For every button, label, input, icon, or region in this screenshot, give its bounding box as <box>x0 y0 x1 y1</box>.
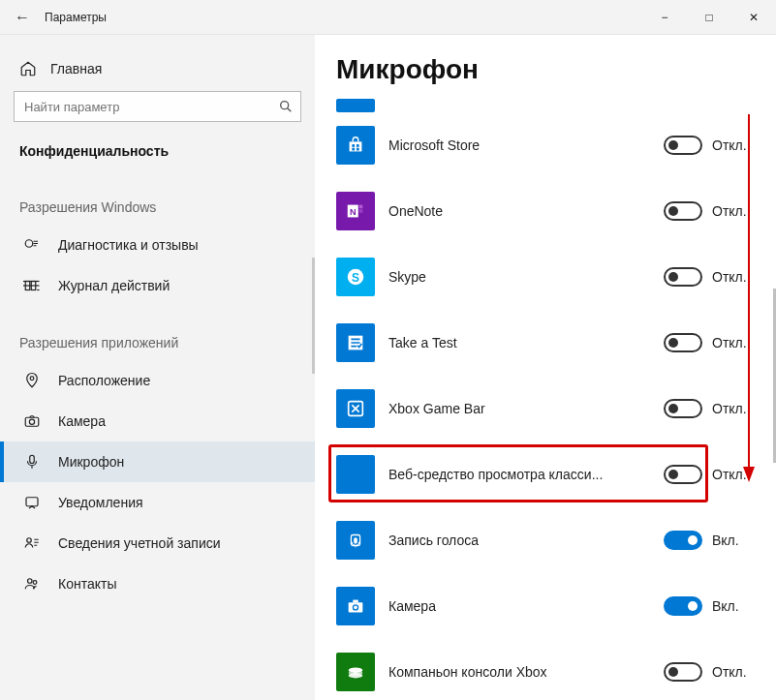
account-icon <box>23 534 41 552</box>
sidebar-item-account-info[interactable]: Сведения учетной записи <box>0 523 315 563</box>
toggle-state-label: Откл. <box>702 137 747 153</box>
svg-rect-30 <box>354 537 357 543</box>
location-icon <box>23 372 41 389</box>
sidebar-item-label: Камера <box>58 413 106 429</box>
svg-point-14 <box>28 579 33 584</box>
app-row: Компаньон консоли XboxОткл. <box>336 645 747 699</box>
toggle-state-label: Откл. <box>702 203 747 219</box>
back-button[interactable]: ← <box>0 9 45 26</box>
app-name: Запись голоса <box>375 533 664 549</box>
sidebar-section-title: Конфиденциальность <box>0 139 315 170</box>
svg-rect-35 <box>353 600 358 603</box>
app-row: Запись голосаВкл. <box>336 513 747 567</box>
sidebar-item-label: Журнал действий <box>58 278 170 293</box>
app-icon <box>336 653 375 691</box>
app-name: OneNote <box>375 203 664 220</box>
svg-text:N: N <box>350 207 357 217</box>
app-toggle[interactable] <box>664 201 702 221</box>
svg-rect-24 <box>359 214 363 218</box>
svg-point-8 <box>30 377 34 380</box>
close-button[interactable]: ✕ <box>731 0 776 35</box>
sidebar-item-label: Микрофон <box>58 454 124 470</box>
svg-point-10 <box>29 419 34 424</box>
minimize-button[interactable]: − <box>642 0 687 35</box>
app-row: NOneNoteОткл. <box>336 184 747 238</box>
sidebar-item-microphone[interactable]: Микрофон <box>0 441 315 482</box>
sidebar: Главная Конфиденциальность Разрешения Wi… <box>0 35 315 700</box>
app-toggle[interactable] <box>664 136 702 155</box>
sidebar-group-app-perms: Разрешения приложений <box>0 306 315 360</box>
toggle-state-label: Откл. <box>702 335 747 350</box>
app-row-partial <box>336 99 747 112</box>
window-title: Параметры <box>45 11 107 24</box>
home-icon <box>19 60 37 77</box>
svg-rect-16 <box>352 144 355 147</box>
app-toggle[interactable] <box>664 596 702 616</box>
sidebar-item-label: Диагностика и отзывы <box>58 237 199 253</box>
maximize-button[interactable]: □ <box>687 0 731 35</box>
contacts-icon <box>23 575 41 593</box>
app-icon-partial <box>336 99 375 112</box>
app-toggle[interactable] <box>664 465 702 484</box>
app-name: Microsoft Store <box>375 137 664 154</box>
sidebar-item-notifications[interactable]: Уведомления <box>0 482 315 523</box>
toggle-state-label: Откл. <box>702 401 747 416</box>
app-row: Microsoft StoreОткл. <box>336 118 747 172</box>
sidebar-home-label: Главная <box>50 61 102 76</box>
svg-point-2 <box>25 240 33 248</box>
app-icon: N <box>336 192 375 230</box>
app-name: Xbox Game Bar <box>375 401 664 417</box>
app-list: Microsoft StoreОткл.NOneNoteОткл.SSkypeО… <box>336 99 747 700</box>
app-icon <box>336 521 375 560</box>
app-row: Xbox Game BarОткл. <box>336 381 747 436</box>
sidebar-item-activity[interactable]: Журнал действий <box>0 265 315 306</box>
app-icon <box>336 389 375 428</box>
sidebar-home[interactable]: Главная <box>0 54 315 91</box>
toggle-state-label: Вкл. <box>702 598 747 614</box>
svg-point-38 <box>349 667 363 673</box>
app-row: КамераВкл. <box>336 579 747 633</box>
app-name: Компаньон консоли Xbox <box>375 664 664 681</box>
app-icon <box>336 323 375 362</box>
app-toggle[interactable] <box>664 267 702 287</box>
search-box[interactable] <box>14 91 301 122</box>
app-name: Take a Test <box>375 335 664 351</box>
search-icon <box>278 99 294 114</box>
svg-point-0 <box>281 102 289 109</box>
app-toggle[interactable] <box>664 399 702 418</box>
sidebar-group-windows-perms: Разрешения Windows <box>0 170 315 225</box>
history-icon <box>23 277 41 294</box>
app-toggle[interactable] <box>664 531 702 550</box>
app-toggle[interactable] <box>664 333 702 352</box>
svg-rect-17 <box>357 144 359 147</box>
app-icon <box>336 455 375 494</box>
feedback-icon <box>23 236 41 254</box>
sidebar-item-label: Уведомления <box>58 495 143 510</box>
svg-rect-23 <box>359 209 363 213</box>
sidebar-item-location[interactable]: Расположение <box>0 360 315 401</box>
toggle-state-label: Откл. <box>702 269 747 285</box>
sidebar-item-camera[interactable]: Камера <box>0 401 315 441</box>
app-row: Take a TestОткл. <box>336 316 747 370</box>
toggle-state-label: Вкл. <box>702 533 747 548</box>
sidebar-item-diagnostics[interactable]: Диагностика и отзывы <box>0 225 315 265</box>
toggle-state-label: Откл. <box>702 467 747 482</box>
svg-point-15 <box>33 581 37 585</box>
svg-text:S: S <box>352 271 359 285</box>
app-icon: S <box>336 258 375 296</box>
sidebar-item-contacts[interactable]: Контакты <box>0 563 315 604</box>
notifications-icon <box>23 494 41 511</box>
main-panel: Микрофон Microsoft StoreОткл.NOneNoteОтк… <box>315 35 776 700</box>
sidebar-item-label: Контакты <box>58 576 116 592</box>
svg-rect-18 <box>352 148 355 151</box>
svg-rect-12 <box>26 498 38 506</box>
page-title: Микрофон <box>336 54 747 85</box>
titlebar: ← Параметры − □ ✕ <box>0 0 776 35</box>
app-name: Камера <box>375 598 664 615</box>
svg-rect-22 <box>359 205 363 209</box>
search-input[interactable] <box>14 91 301 122</box>
app-icon <box>336 126 375 165</box>
svg-point-13 <box>27 538 32 543</box>
app-toggle[interactable] <box>664 662 702 682</box>
app-name: Skype <box>375 269 664 286</box>
